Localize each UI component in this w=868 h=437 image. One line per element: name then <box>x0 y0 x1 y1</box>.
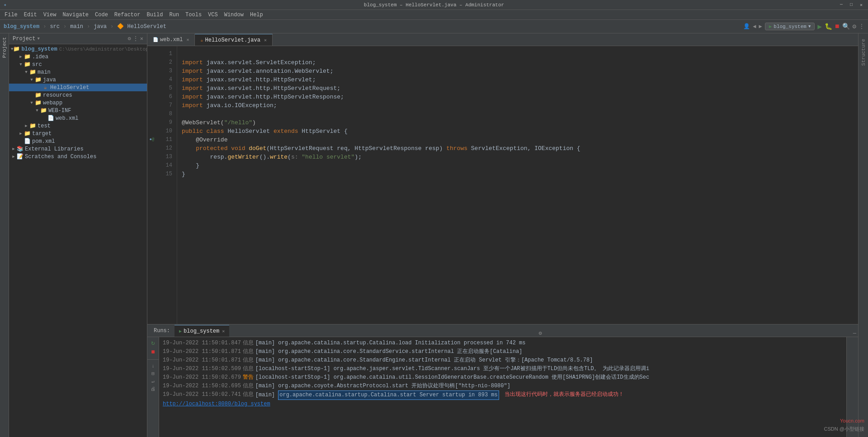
menu-file[interactable]: File <box>2 11 20 19</box>
run-print-icon[interactable]: 🖨 <box>151 386 156 392</box>
bottom-panel: Runs: ▶ blog_system ✕ ⚙ ─ ↻ ■ <box>147 324 858 437</box>
menu-build[interactable]: Build <box>144 11 165 19</box>
bottom-tab-run[interactable]: Runs: <box>149 325 175 337</box>
tree-web-xml[interactable]: ▶ 📄 web.xml <box>9 114 147 122</box>
run-line-4-text: [localhost-startStop-1] org.apache.jaspe… <box>255 365 649 373</box>
run-stop-icon[interactable]: ■ <box>151 348 155 356</box>
search-button[interactable]: 🔍 <box>842 23 850 30</box>
run-line-2: 19-Jun-2022 11:50:01.871 信息 [main] org.a… <box>163 348 843 356</box>
tab-web-xml-close[interactable]: ✕ <box>186 37 189 42</box>
menu-refactor[interactable]: Refactor <box>112 11 143 19</box>
run-scroll-icon[interactable]: ↓ <box>151 363 155 369</box>
app-icon: ✦ <box>4 2 7 8</box>
line11-run-icon: @ <box>152 136 154 144</box>
menu-code[interactable]: Code <box>92 11 111 19</box>
project-header: Project ▼ ⚙ ⋮ ✕ <box>9 33 147 44</box>
tree-test-arrow: ▶ <box>24 123 29 128</box>
run-line-3-level: 信息 <box>243 356 254 365</box>
tree-pom-xml[interactable]: ▶ 📄 pom.xml <box>9 137 147 145</box>
tree-java[interactable]: ▼ 📁 java <box>9 76 147 84</box>
run-wrap-icon[interactable]: ↵ <box>151 378 155 384</box>
tree-test[interactable]: ▶ 📁 test <box>9 122 147 130</box>
run-filter-icon[interactable]: ⊟ <box>151 371 155 376</box>
run-line-7-highlight: org.apache.catalina.startup.Catalina.sta… <box>278 390 499 400</box>
watermark: Youcn.com <box>840 418 864 423</box>
menu-edit[interactable]: Edit <box>21 11 40 19</box>
tab-web-xml[interactable]: 📄 web.xml ✕ <box>147 34 195 46</box>
tab-hello-servlet[interactable]: ☕ HelloServlet.java ✕ <box>195 34 272 46</box>
run-line-2-level: 信息 <box>243 348 254 356</box>
toolbar-account-icon[interactable]: 👤 <box>743 23 750 30</box>
run-line-4: 19-Jun-2022 11:50:02.509 信息 [localhost-s… <box>163 365 843 373</box>
project-header-right: ⚙ ⋮ ✕ <box>128 35 143 42</box>
tree-test-label: test <box>38 123 51 129</box>
code-editor[interactable]: ● @ 1 2 3 4 5 6 7 8 <box>147 46 858 324</box>
stop-button[interactable]: ■ <box>835 23 840 31</box>
toolbar-project-name[interactable]: blog_system <box>4 23 39 30</box>
tab-hello-servlet-close[interactable]: ✕ <box>264 38 267 43</box>
tree-webinf[interactable]: ▼ 📁 WEB-INF <box>9 107 147 114</box>
run-config-selector[interactable]: ▶ blog_system ▼ <box>765 23 815 30</box>
tree-scratches-label: Scratches and Consoles <box>25 154 96 160</box>
run-line-6-text: [main] org.apache.coyote.AbstractProtoco… <box>255 382 510 390</box>
tree-root-path: C:\Users\Administrator\Desktop\MyJav <box>59 47 147 52</box>
menu-run[interactable]: Run <box>166 11 182 19</box>
tree-main[interactable]: ▼ 📁 main <box>9 68 147 76</box>
tree-target[interactable]: ▶ 📁 target <box>9 130 147 137</box>
line-markers: ● @ <box>147 46 156 324</box>
tree-hello-servlet-label: HelloServlet <box>50 85 89 91</box>
run-button[interactable]: ▶ <box>817 22 822 31</box>
menu-view[interactable]: View <box>41 11 59 19</box>
tree-ext-libs[interactable]: ▶ 📚 External Libraries <box>9 145 147 153</box>
run-restart-icon[interactable]: ↻ <box>151 339 155 347</box>
toolbar-back-icon[interactable]: ◀ <box>753 23 756 30</box>
menu-vcs[interactable]: VCS <box>205 11 221 19</box>
line-numbers: 1 2 3 4 5 6 7 8 9 10 11 12 13 14 15 <box>156 46 177 324</box>
tree-idea[interactable]: ▶ 📁 .idea <box>9 53 147 61</box>
project-tree: ▼ 📁 blog_system C:\Users\Administrator\D… <box>9 44 147 437</box>
tree-src-icon: 📁 <box>24 61 31 68</box>
project-options-icon[interactable]: ⋮ <box>133 35 138 42</box>
project-dropdown-icon[interactable]: ▼ <box>37 37 39 41</box>
run-line-7-timestamp: 19-Jun-2022 11:50:02.741 <box>163 390 241 400</box>
tree-hello-servlet[interactable]: ▶ ☕ HelloServlet <box>9 84 147 91</box>
tree-ext-libs-label: External Libraries <box>25 146 84 152</box>
run-line-3-text: [main] org.apache.catalina.core.Standard… <box>255 356 593 365</box>
close-button[interactable]: ✕ <box>858 2 864 8</box>
menu-navigate[interactable]: Navigate <box>60 11 91 19</box>
tree-webapp-arrow: ▼ <box>29 101 34 105</box>
run-line-5-timestamp: 19-Jun-2022 11:50:02.679 <box>163 373 241 382</box>
debug-button[interactable]: 🐛 <box>825 23 832 30</box>
project-panel-toggle[interactable]: Project <box>1 35 8 60</box>
tree-src-label: src <box>32 61 42 68</box>
tree-webinf-arrow: ▼ <box>34 108 40 113</box>
minimize-button[interactable]: ─ <box>838 2 844 8</box>
more-button[interactable]: ⋮ <box>859 23 864 30</box>
run-line-7-level: 信息 <box>243 390 254 400</box>
tree-test-icon: 📁 <box>29 122 36 129</box>
run-link[interactable]: http://localhost:8080/blog_system <box>163 400 270 409</box>
tree-resources[interactable]: ▶ 📁 resources <box>9 91 147 99</box>
toolbar-forward-icon[interactable]: ▶ <box>759 23 762 30</box>
run-minimize-button[interactable]: ─ <box>851 330 858 337</box>
tree-src[interactable]: ▼ 📁 src <box>9 61 147 68</box>
project-close-icon[interactable]: ✕ <box>140 35 143 42</box>
menu-tools[interactable]: Tools <box>183 11 204 19</box>
structure-sidebar[interactable]: Structure <box>859 35 868 69</box>
menu-help[interactable]: Help <box>247 11 266 19</box>
bottom-tab-run-label: Runs: <box>154 328 170 334</box>
tree-webapp[interactable]: ▼ 📁 webapp <box>9 99 147 107</box>
maximize-button[interactable]: □ <box>848 2 854 8</box>
tree-idea-arrow: ▶ <box>18 54 24 59</box>
run-line-1: 19-Jun-2022 11:50:01.847 信息 [main] org.a… <box>163 339 843 348</box>
tree-root[interactable]: ▼ 📁 blog_system C:\Users\Administrator\D… <box>9 45 147 53</box>
tree-webinf-label: WEB-INF <box>48 108 71 114</box>
project-gear-icon[interactable]: ⚙ <box>128 35 131 42</box>
tree-scratches[interactable]: ▶ 📝 Scratches and Consoles <box>9 153 147 160</box>
run-settings-button[interactable]: ⚙ <box>537 330 543 337</box>
bottom-tab-blog-system[interactable]: ▶ blog_system ✕ <box>175 325 229 337</box>
bottom-tab-close[interactable]: ✕ <box>222 329 225 334</box>
settings-button[interactable]: ⚙ <box>853 23 856 30</box>
code-content[interactable]: import javax.servlet.ServletException; i… <box>177 46 858 324</box>
menu-window[interactable]: Window <box>222 11 246 19</box>
